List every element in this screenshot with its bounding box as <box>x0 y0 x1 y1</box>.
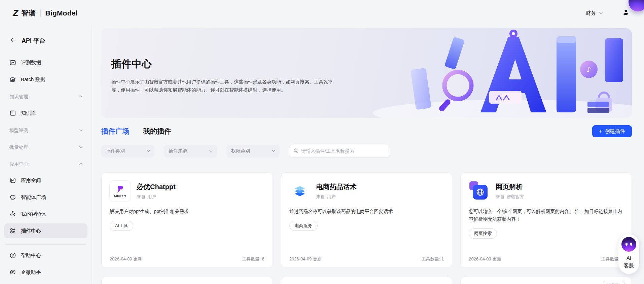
sidebar-item-my-agents[interactable]: 我的智能体 <box>4 207 87 221</box>
plugin-updated-date: 2026-04-09 更新 <box>110 256 142 262</box>
sidebar-item-label: 我的智能体 <box>21 211 46 217</box>
sidebar-section-knowledge-mgmt[interactable]: 知识管理 <box>4 90 87 104</box>
plugin-card-web-parse[interactable]: 网页解析 来自智谱官方 您可以输入一个/多个网页，可以解析网页的内容。 注：如目… <box>460 172 632 268</box>
tab-plugin-market[interactable]: 插件广场 <box>101 127 130 136</box>
sidebar-item-app-space[interactable]: 应用空间 <box>4 173 87 188</box>
plugin-category-select[interactable]: 插件类别 <box>101 145 154 157</box>
help-icon <box>9 252 16 259</box>
sidebar-section-batch-process[interactable]: 批量处理 <box>4 141 87 154</box>
finance-label: 财务 <box>585 10 596 17</box>
plugin-title: 必优Chatppt <box>137 182 176 191</box>
sidebar-divider <box>6 244 85 245</box>
plugin-card-chatppt[interactable]: ChatPPT 必优Chatppt 来自用户 解决用户对ppt生成、ppt制作相… <box>101 172 273 268</box>
sidebar-item-label: 评测数据 <box>21 60 41 66</box>
sidebar-section-app-center[interactable]: 应用中心 <box>4 157 87 171</box>
plugin-card-address-normalize[interactable]: 地址标准化 <box>281 277 453 284</box>
auth-required-badge: 需授权 <box>603 281 625 284</box>
chevron-down-icon <box>79 128 83 134</box>
search-icon <box>293 148 298 154</box>
plugin-description: 解决用户对ppt生成、ppt制作相关需求 <box>110 208 264 215</box>
sidebar-item-batch-data[interactable]: Batch 数据 <box>4 72 87 87</box>
wecom-icon <box>9 269 16 276</box>
my-agent-icon <box>9 211 16 217</box>
plugin-updated-date: 2026-04-09 更新 <box>469 256 501 262</box>
user-icon <box>622 9 629 17</box>
plugin-center-banner: 插件中心 插件中心展示了由智谱官方或者其他用户提供的插件工具，这些插件涉及各类功… <box>101 28 632 118</box>
plugin-tool-count: 工具数量: 1 <box>422 256 444 262</box>
filter-bar: 插件类别 插件来源 权限类别 <box>101 145 632 157</box>
plugin-source: 来自用户 <box>137 194 176 200</box>
plugin-card-ecommerce-medicine[interactable]: 电商药品话术 来自用户 通过药品名称可以获取该药品的电商平台回复话术 电商服务 … <box>281 172 453 268</box>
sidebar-item-eval-data[interactable]: 评测数据 <box>4 55 87 70</box>
plugin-source-select[interactable]: 插件来源 <box>164 145 217 157</box>
sidebar-back-label: API 平台 <box>22 37 45 45</box>
top-bar: Z 智谱 BigModel 财务 <box>0 0 644 26</box>
chevron-up-icon <box>79 94 83 100</box>
sidebar-section-label: 模型评测 <box>9 128 28 134</box>
plugin-updated-date: 2026-04-09 更新 <box>289 256 322 262</box>
plugin-tag: AI工具 <box>110 221 133 231</box>
plugin-description: 您可以输入一个/多个网页，可以解析网页的内容。 注：如目标链接禁止内容解析则无法… <box>469 208 623 223</box>
chevron-down-icon <box>599 11 603 15</box>
web-parse-icon <box>469 181 490 202</box>
plugin-title: 电商药品话术 <box>316 182 357 191</box>
chevron-down-icon <box>272 148 276 154</box>
plugin-card-local-sql[interactable]: 本地SQL执行 <box>101 277 273 284</box>
sidebar-item-label: 插件中心 <box>21 228 41 234</box>
sidebar-item-label: 知识库 <box>21 110 36 116</box>
plugin-tool-count: 工具数量: 6 <box>242 256 264 262</box>
page-description: 插件中心展示了由智谱官方或者其他用户提供的插件工具，这些插件涉及各类功能，如网页… <box>111 78 333 94</box>
chevron-down-icon <box>209 148 213 154</box>
sidebar-item-agent-market[interactable]: 智能体广场 <box>4 190 87 205</box>
agent-market-icon <box>9 194 16 201</box>
sidebar-back-api-platform[interactable]: API 平台 <box>4 36 87 46</box>
finance-menu[interactable]: 财务 <box>585 10 603 17</box>
brand-divider <box>40 9 41 17</box>
sidebar-item-knowledge-base[interactable]: 知识库 <box>4 106 87 120</box>
sidebar-section-label: 批量处理 <box>9 144 28 150</box>
permission-type-select[interactable]: 权限类别 <box>226 145 280 157</box>
brand-name-en: BigModel <box>45 9 78 17</box>
sidebar-item-label: 帮助中心 <box>21 252 41 259</box>
plugin-card-caiyun-weather[interactable]: 需授权 彩云天气 <box>460 277 632 284</box>
sidebar-item-plugin-center[interactable]: 插件中心 <box>4 223 87 238</box>
brand-name-cn: 智谱 <box>22 8 36 18</box>
plugin-card-grid-row2: 本地SQL执行 地址标准化 需授权 彩云天气 <box>101 277 632 284</box>
plus-icon: + <box>599 128 602 135</box>
plugin-tag: 电商服务 <box>289 221 318 231</box>
plugin-source: 来自智谱官方 <box>496 194 524 200</box>
search-input[interactable] <box>301 148 386 154</box>
ai-customer-service-button[interactable]: AI 客服 <box>618 234 639 274</box>
sidebar: API 平台 评测数据 Batch 数据 知识管理 知识库 <box>0 26 92 284</box>
chevron-down-icon <box>146 148 150 154</box>
chevron-down-icon <box>79 144 83 150</box>
sidebar-item-label: Batch 数据 <box>21 76 45 83</box>
ai-robot-icon <box>621 237 636 252</box>
plugin-search-box <box>289 145 390 157</box>
plugin-tag: 网页搜索 <box>469 228 497 239</box>
sidebar-item-help-center[interactable]: 帮助中心 <box>4 248 87 263</box>
tabs-row: 插件广场 我的插件 + 创建插件 <box>101 125 632 137</box>
main-content: 插件中心 插件中心展示了由智谱官方或者其他用户提供的插件工具，这些插件涉及各类功… <box>92 26 644 284</box>
app-space-icon <box>9 177 16 184</box>
plugin-icon <box>9 227 16 234</box>
sidebar-section-label: 知识管理 <box>9 94 28 100</box>
create-plugin-button[interactable]: + 创建插件 <box>592 125 632 137</box>
chatppt-logo-icon: ChatPPT <box>110 181 131 202</box>
ai-service-label: AI 客服 <box>624 254 634 269</box>
svg-text:♪: ♪ <box>586 66 591 74</box>
sidebar-section-model-eval[interactable]: 模型评测 <box>4 124 87 137</box>
back-arrow-icon <box>9 36 17 45</box>
zhipu-z-logo-icon: Z <box>12 8 19 19</box>
layers-icon <box>289 181 310 202</box>
sidebar-item-label: 应用空间 <box>21 177 41 184</box>
user-account-button[interactable] <box>622 9 629 17</box>
sidebar-item-label: 企微助手 <box>21 269 41 276</box>
book-icon <box>9 110 16 116</box>
sidebar-item-wecom-assistant[interactable]: 企微助手 <box>4 265 87 280</box>
tab-my-plugins[interactable]: 我的插件 <box>143 127 171 136</box>
plugin-title: 网页解析 <box>496 182 524 191</box>
brand-logo[interactable]: Z 智谱 BigModel <box>13 8 78 19</box>
page-title: 插件中心 <box>111 57 333 71</box>
sidebar-section-label: 应用中心 <box>9 161 28 167</box>
